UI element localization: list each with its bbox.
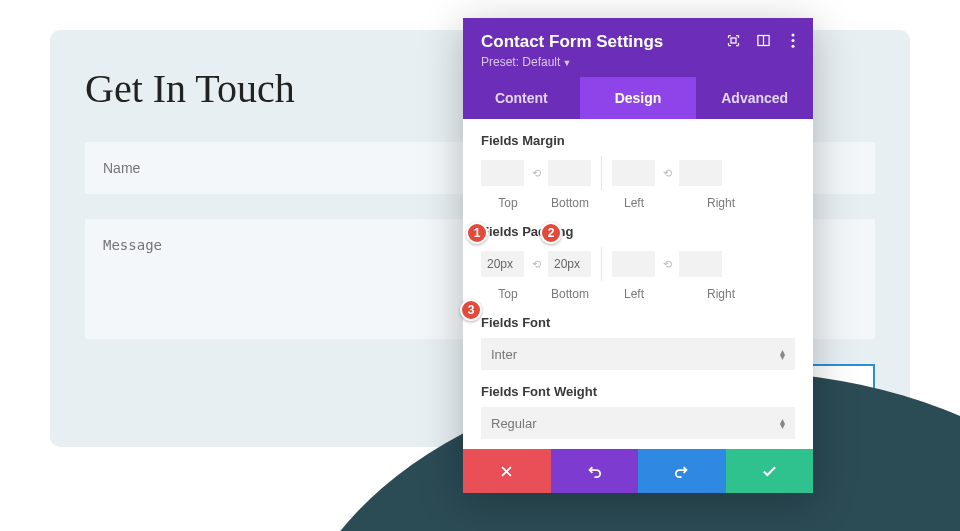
annotation-marker-3: 3 <box>460 299 482 321</box>
redo-button[interactable] <box>638 449 726 493</box>
fields-margin-group: Fields Margin ⟲ ⟲ Top Bottom Left Righ <box>481 133 795 210</box>
panel-body: Fields Margin ⟲ ⟲ Top Bottom Left Righ <box>463 119 813 449</box>
preset-selector[interactable]: Preset: Default▼ <box>481 55 797 69</box>
link-icon[interactable]: ⟲ <box>527 251 545 277</box>
dir-bottom: Bottom <box>535 196 605 210</box>
fields-font-label: Fields Font <box>481 315 795 330</box>
annotation-marker-1: 1 <box>466 222 488 244</box>
updown-icon: ▴▾ <box>780 349 785 359</box>
link-icon[interactable]: ⟲ <box>658 160 676 186</box>
undo-button[interactable] <box>551 449 639 493</box>
font-weight-value: Regular <box>491 416 537 431</box>
separator <box>601 156 602 190</box>
font-weight-select[interactable]: Regular ▴▾ <box>481 407 795 439</box>
updown-icon: ▴▾ <box>780 418 785 428</box>
padding-left-input[interactable] <box>612 251 655 277</box>
save-button[interactable] <box>726 449 814 493</box>
font-select[interactable]: Inter ▴▾ <box>481 338 795 370</box>
padding-right-input[interactable] <box>679 251 722 277</box>
margin-top-input[interactable] <box>481 160 524 186</box>
fields-padding-label: Fields Padding <box>481 224 795 239</box>
tab-bar: Content Design Advanced <box>463 77 813 119</box>
dir-left: Left <box>605 196 663 210</box>
more-icon[interactable] <box>785 32 801 48</box>
cancel-button[interactable] <box>463 449 551 493</box>
annotation-marker-2: 2 <box>540 222 562 244</box>
fields-font-weight-label: Fields Font Weight <box>481 384 795 399</box>
dir-left: Left <box>605 287 663 301</box>
panel-footer <box>463 449 813 493</box>
expand-icon[interactable] <box>725 32 741 48</box>
margin-left-input[interactable] <box>612 160 655 186</box>
svg-point-5 <box>792 44 795 47</box>
chevron-down-icon: ▼ <box>562 58 571 68</box>
svg-point-3 <box>792 33 795 36</box>
panel-header[interactable]: Contact Form Settings Preset: Default▼ <box>463 18 813 77</box>
dir-top: Top <box>481 196 535 210</box>
tab-content[interactable]: Content <box>463 77 580 119</box>
margin-right-input[interactable] <box>679 160 722 186</box>
margin-bottom-input[interactable] <box>548 160 591 186</box>
link-icon[interactable]: ⟲ <box>658 251 676 277</box>
fields-margin-label: Fields Margin <box>481 133 795 148</box>
tab-advanced[interactable]: Advanced <box>696 77 813 119</box>
dir-right: Right <box>663 287 743 301</box>
padding-bottom-input[interactable] <box>548 251 591 277</box>
link-icon[interactable]: ⟲ <box>527 160 545 186</box>
fields-padding-group: Fields Padding ⟲ ⟲ Top Bottom Left Rig <box>481 224 795 301</box>
dir-bottom: Bottom <box>535 287 605 301</box>
svg-point-4 <box>792 39 795 42</box>
settings-panel: Contact Form Settings Preset: Default▼ C… <box>463 18 813 493</box>
font-value: Inter <box>491 347 517 362</box>
dir-top: Top <box>481 287 535 301</box>
preset-label: Preset: Default <box>481 55 560 69</box>
fields-font-group: Fields Font Inter ▴▾ <box>481 315 795 370</box>
padding-top-input[interactable] <box>481 251 524 277</box>
fields-font-weight-group: Fields Font Weight Regular ▴▾ <box>481 384 795 439</box>
svg-rect-0 <box>731 38 736 43</box>
tab-design[interactable]: Design <box>580 77 697 119</box>
dir-right: Right <box>663 196 743 210</box>
separator <box>601 247 602 281</box>
columns-icon[interactable] <box>755 32 771 48</box>
